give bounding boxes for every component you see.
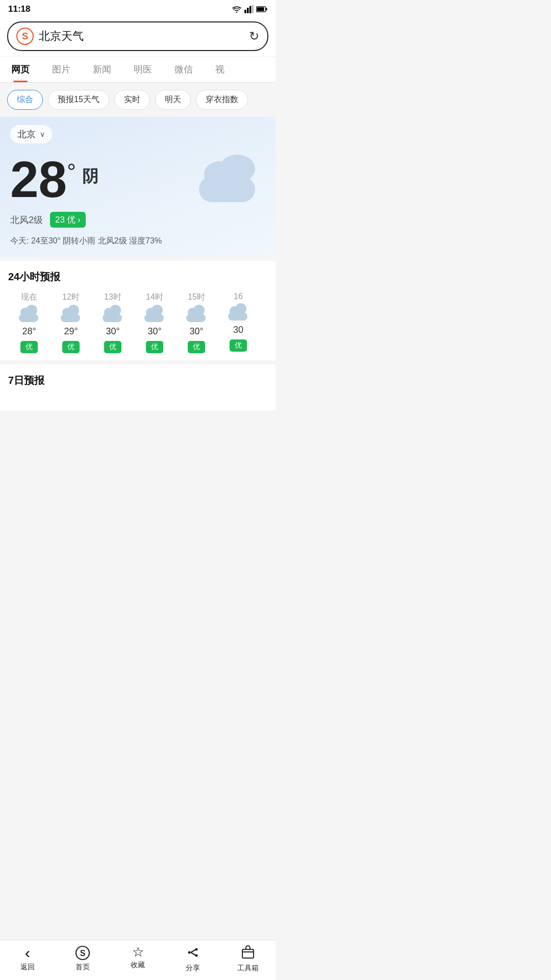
search-bar: S 北京天气 ↻ [0,16,276,57]
nav-tab-wechat[interactable]: 微信 [163,57,204,82]
hour-label-1: 12时 [62,292,80,303]
hourly-scroll: 现在 28° 优 12时 29° 优 13时 30° 优 14时 30° 优 1… [8,292,267,353]
filter-chips: 综合 预报15天气 实时 明天 穿衣指数 [0,83,276,117]
aqi-arrow-icon: › [78,215,81,225]
chip-15day[interactable]: 预报15天气 [48,90,109,110]
temp-row: 28° 阴 北风2级 23 优 › 今天: 24至30° 阴转小雨 北风2级 湿… [10,154,265,247]
nav-tab-news[interactable]: 新闻 [82,57,122,82]
svg-rect-0 [244,10,246,13]
hour-aqi-5: 优 [230,339,247,352]
hour-item-2: 13时 30° 优 [92,292,134,353]
chip-tomorrow[interactable]: 明天 [155,90,191,110]
hour-item-5: 16 30 优 [217,292,259,353]
aqi-level: 优 [67,214,76,226]
hourly-section: 24小时预报 现在 28° 优 12时 29° 优 13时 30° 优 14时 … [0,261,276,360]
hour-label-4: 15时 [188,292,205,303]
hour-item-1: 12时 29° 优 [50,292,92,353]
wind-text: 北风2级 [10,214,43,226]
svg-rect-6 [257,7,264,11]
nav-tab-webpage[interactable]: 网页 [0,57,41,82]
hour-label-2: 13时 [104,292,121,303]
hour-temp-1: 29° [64,326,78,337]
city-name: 北京 [17,128,36,140]
temp-info: 28° 阴 北风2级 23 优 › 今天: 24至30° 阴转小雨 北风2级 湿… [10,154,194,247]
big-temp: 28° 阴 [10,154,194,205]
hour-temp-2: 30° [106,326,119,337]
search-query: 北京天气 [39,29,244,44]
svg-rect-2 [249,6,252,13]
hour-aqi-3: 优 [146,341,163,353]
aqi-value: 23 [55,215,65,225]
sogou-logo: S [16,28,34,45]
signal-icon [244,5,254,13]
hourly-title: 24小时预报 [8,270,267,284]
hour-label-5: 16 [234,292,243,301]
refresh-icon[interactable]: ↻ [249,29,259,43]
hour-temp-3: 30° [147,326,161,337]
hour-item-0: 现在 28° 优 [8,292,50,353]
hour-item-3: 14时 30° 优 [134,292,176,353]
hour-temp-0: 28° [22,326,36,337]
nav-tabs: 网页 图片 新闻 明医 微信 视 [0,57,276,83]
hour-aqi-1: 优 [62,341,80,353]
wifi-icon [232,5,242,13]
chevron-down-icon: ∨ [40,130,45,138]
weather-card: 北京 ∨ 28° 阴 北风2级 23 优 › 今天: 24至30° 阴转小雨 北… [0,117,276,257]
nav-tab-images[interactable]: 图片 [41,57,82,82]
svg-rect-5 [266,8,267,10]
svg-rect-1 [247,8,249,13]
nav-tab-doctor[interactable]: 明医 [122,57,163,82]
status-time: 11:18 [8,4,30,14]
aqi-badge[interactable]: 23 优 › [50,212,86,228]
status-bar: 11:18 [0,0,276,16]
battery-icon [256,6,267,13]
chip-clothing[interactable]: 穿衣指数 [196,90,248,110]
wind-aqi-row: 北风2级 23 优 › [10,212,194,228]
hour-temp-4: 30° [189,326,203,337]
hour-item-4: 15时 30° 优 [176,292,217,353]
hour-aqi-2: 优 [104,341,121,353]
weather-description: 阴 [82,168,98,184]
today-summary: 今天: 24至30° 阴转小雨 北风2级 湿度73% [10,236,194,247]
svg-rect-3 [252,5,254,13]
city-selector[interactable]: 北京 ∨ [10,125,52,143]
chip-realtime[interactable]: 实时 [114,90,150,110]
hour-aqi-0: 优 [20,341,38,353]
seven-day-title: 7日预报 [8,374,267,387]
hour-aqi-4: 优 [188,341,205,353]
chip-comprehensive[interactable]: 综合 [7,90,43,110]
search-input-wrap[interactable]: S 北京天气 ↻ [7,21,268,51]
hour-label-3: 14时 [146,292,163,303]
seven-day-section: 7日预报 [0,364,276,411]
cloud-illustration [194,154,265,202]
status-icons [232,5,267,13]
nav-tab-video[interactable]: 视 [204,57,236,82]
cloud-art [194,159,260,202]
hour-label-0: 现在 [21,292,37,303]
hour-temp-5: 30 [233,325,243,335]
